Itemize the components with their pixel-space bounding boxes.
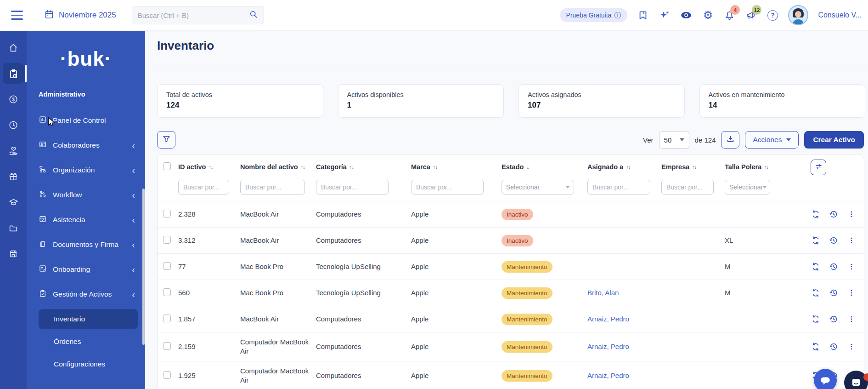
announcements-megaphone-icon[interactable]: 12: [745, 9, 757, 21]
divider: [145, 70, 868, 70]
chat-widget-button[interactable]: [814, 369, 837, 389]
documents-folder-icon[interactable]: [3, 217, 24, 239]
sidebar-item-workflow[interactable]: Workflow ‹: [27, 183, 145, 207]
status-badge: Mantenimiento: [502, 341, 552, 353]
menu-toggle-button[interactable]: [11, 11, 23, 20]
search-icon[interactable]: [249, 10, 258, 21]
row-checkbox[interactable]: [163, 210, 171, 217]
sidebar-subitem-configuraciones[interactable]: Configuraciones: [39, 354, 138, 374]
history-icon[interactable]: [829, 342, 839, 352]
sort-icon[interactable]: ↑↓: [349, 164, 354, 171]
reassign-icon[interactable]: [811, 288, 821, 298]
crear-activo-button[interactable]: Crear Activo: [804, 131, 864, 149]
assignee-link[interactable]: Arnaiz, Pedro: [587, 343, 629, 350]
info-icon: ⓘ: [614, 11, 621, 20]
assignee-link[interactable]: Arnaiz, Pedro: [587, 315, 629, 323]
history-icon[interactable]: [829, 314, 839, 324]
filter-empresa-input[interactable]: [661, 180, 714, 194]
kebab-menu-icon[interactable]: [846, 314, 857, 324]
sidebar-item-onboarding[interactable]: Onboarding ‹: [27, 257, 145, 282]
reassign-icon[interactable]: [811, 262, 821, 272]
filter-button[interactable]: [157, 131, 175, 149]
culture-gift-icon[interactable]: [3, 166, 24, 187]
period-selector[interactable]: Noviembre 2025: [44, 9, 116, 21]
time-clock-icon[interactable]: [3, 114, 24, 136]
table-row: 2.159 Computador MacBook Air Computadore…: [158, 332, 864, 361]
svg-text:$: $: [12, 97, 15, 102]
filter-asignado-input[interactable]: [587, 180, 650, 194]
filter-categoria-input[interactable]: [316, 180, 389, 194]
page-size-select[interactable]: 50: [659, 132, 689, 149]
sort-icon[interactable]: ↑↓: [209, 164, 213, 171]
sort-icon[interactable]: ↑↓: [433, 164, 437, 171]
filter-id-input[interactable]: [178, 180, 229, 194]
row-checkbox[interactable]: [163, 342, 171, 350]
assignee-link[interactable]: Arnaiz, Pedro: [587, 372, 629, 379]
row-checkbox[interactable]: [163, 371, 171, 379]
row-checkbox[interactable]: [163, 262, 171, 270]
history-icon[interactable]: [829, 235, 839, 246]
training-icon[interactable]: [3, 192, 24, 213]
cell-marca: Apple: [411, 262, 502, 271]
sidebar-subitem-ordenes[interactable]: Órdenes: [39, 332, 138, 352]
reassign-icon[interactable]: [811, 235, 821, 246]
asset-management-icon[interactable]: [3, 63, 24, 84]
sidebar-subitem-inventario[interactable]: Inventario: [39, 309, 138, 329]
bookmark-icon[interactable]: [637, 9, 649, 21]
column-settings-button[interactable]: [811, 160, 826, 175]
sidebar-scrollbar[interactable]: [142, 189, 145, 345]
user-name[interactable]: Consuelo V...: [818, 11, 862, 19]
history-icon[interactable]: [829, 262, 839, 272]
sort-icon[interactable]: ↑↓: [764, 164, 768, 171]
marketplace-icon[interactable]: [3, 243, 24, 264]
sidebar-item-panel-de-control[interactable]: Panel de Control: [27, 108, 145, 133]
sidebar-item-documentos-y-firma[interactable]: Documentos y Firma ‹: [27, 232, 145, 257]
benefits-icon[interactable]: [3, 140, 24, 161]
chevron-down-icon: [763, 186, 767, 189]
kebab-menu-icon[interactable]: [846, 288, 857, 298]
settings-gear-icon[interactable]: ⚙: [702, 9, 714, 21]
filter-talla-select[interactable]: Seleccionar: [725, 180, 770, 194]
search-input[interactable]: [138, 11, 249, 19]
acciones-button[interactable]: Acciones: [745, 131, 799, 149]
sidebar-item-asistencia[interactable]: Asistencia ‹: [27, 207, 145, 232]
sidebar-item-colaboradores[interactable]: Colaboradores ‹: [27, 133, 145, 158]
trial-badge[interactable]: Prueba Gratuita ⓘ: [560, 8, 628, 22]
kebab-menu-icon[interactable]: [846, 235, 857, 246]
payroll-icon[interactable]: $: [3, 89, 24, 110]
table-row: 560 Mac Book Pro Tecnología UpSelling Ap…: [158, 280, 864, 306]
table-header-row: ID activo↑↓ Nombre del activo↑↓ Categorí…: [158, 154, 864, 180]
table-filter-row: Seleccionar Seleccionar: [158, 180, 864, 201]
sidebar-nav: Panel de Control Colaboradores ‹ Organiz…: [27, 108, 145, 374]
reassign-icon[interactable]: [811, 209, 821, 219]
sidebar-item-gestion-de-activos[interactable]: Gestión de Activos ‹: [27, 282, 145, 307]
kebab-menu-icon[interactable]: [846, 209, 857, 219]
history-icon[interactable]: [829, 209, 839, 219]
history-icon[interactable]: [829, 288, 839, 298]
ai-sparkles-icon[interactable]: [659, 9, 671, 21]
kebab-menu-icon[interactable]: [846, 262, 857, 272]
sort-icon[interactable]: ↑↓: [626, 164, 630, 171]
download-button[interactable]: [721, 131, 739, 149]
assignee-link[interactable]: Brito, Alan: [587, 289, 619, 297]
filter-marca-input[interactable]: [411, 180, 484, 194]
select-all-checkbox[interactable]: [163, 162, 171, 170]
row-checkbox[interactable]: [163, 315, 171, 322]
help-icon[interactable]: ?: [767, 9, 778, 21]
filter-estado-select[interactable]: Seleccionar: [502, 180, 574, 194]
row-checkbox[interactable]: [163, 236, 171, 244]
sidebar-item-organizacion[interactable]: Organización ‹: [27, 158, 145, 183]
cell-talla: XL: [725, 236, 781, 245]
filter-nombre-input[interactable]: [240, 180, 305, 194]
home-icon[interactable]: [3, 37, 24, 58]
sort-icon[interactable]: ↑↓: [692, 164, 696, 171]
user-avatar[interactable]: [788, 5, 808, 25]
sort-icon[interactable]: ↑↓: [301, 164, 305, 171]
sort-desc-icon[interactable]: ↓: [526, 163, 529, 171]
row-checkbox[interactable]: [163, 288, 171, 296]
reassign-icon[interactable]: [811, 342, 821, 352]
view-as-icon[interactable]: [680, 9, 692, 21]
kebab-menu-icon[interactable]: [846, 342, 857, 352]
reassign-icon[interactable]: [811, 314, 821, 324]
notifications-bell-icon[interactable]: 4: [723, 9, 735, 21]
